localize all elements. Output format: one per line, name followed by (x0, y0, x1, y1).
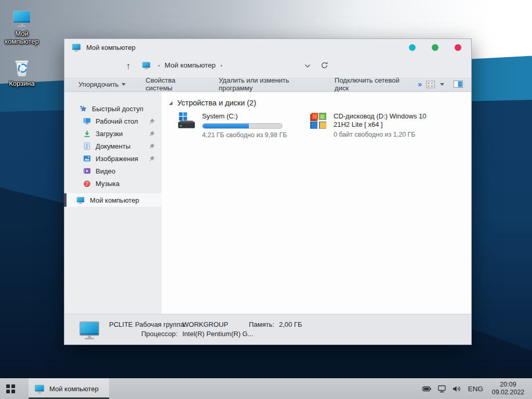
uninstall-program-button[interactable]: Удалить или изменить программу (214, 77, 321, 91)
battery-icon[interactable] (421, 384, 432, 393)
details-status-panel: PCLITE Рабочая группа: WORKGROUP Память:… (64, 314, 471, 344)
desktop-folder-icon (83, 117, 91, 125)
sidebar-item-label: Загрузки (96, 130, 123, 138)
sidebar-item-label: Рабочий стол (96, 117, 138, 125)
maximize-button[interactable] (432, 44, 438, 51)
sidebar-item-documents[interactable]: Документы (64, 140, 162, 152)
sidebar-item-quick-access[interactable]: Быстрый доступ (64, 102, 162, 115)
breadcrumb-separator: • (158, 62, 160, 69)
refresh-icon[interactable] (320, 61, 329, 70)
group-header[interactable]: Устройства и диски (2) (168, 99, 256, 107)
windows-cd-icon (309, 111, 328, 131)
capacity-bar-fill (203, 124, 249, 128)
sidebar-item-downloads[interactable]: Загрузки (64, 127, 162, 140)
caret-down-icon (122, 83, 126, 86)
drive-d-tile[interactable]: CD-дисковод (D:) Windows 10 21H2 Lite [ … (309, 111, 459, 139)
command-toolbar: Упорядочить Свойства системы Удалить или… (64, 76, 471, 92)
drive-name: System (C:) (202, 112, 287, 121)
hard-drive-icon (176, 111, 197, 132)
sidebar-item-music[interactable]: ♪ Музыка (64, 177, 162, 190)
sidebar-item-label: Музыка (96, 180, 119, 188)
speaker-icon[interactable] (452, 384, 462, 393)
minimize-button[interactable] (409, 44, 416, 51)
taskbar: Мой компьютер ENG 20:09 09.02.2022 (0, 378, 532, 399)
memory-value: 2,00 ГБ (279, 321, 302, 328)
drive-free-space: 0 байт свободно из 1,20 ГБ (334, 130, 427, 139)
desktop-icon-label: Корзина (0, 79, 44, 87)
chevron-down-icon[interactable] (304, 64, 311, 68)
navigation-sidebar: Быстрый доступ Рабочий стол Загр (64, 92, 162, 314)
address-bar: ↑ • Мой компьютер • (64, 56, 471, 76)
sidebar-item-label: Видео (96, 167, 115, 175)
drive-name-line1: CD-дисковод (D:) Windows 10 (334, 112, 427, 121)
start-icon (6, 384, 15, 393)
uninstall-label: Удалить или изменить программу (219, 76, 316, 92)
sidebar-item-pictures[interactable]: Изображения (64, 152, 162, 165)
computer-icon (11, 7, 33, 28)
computer-icon (76, 196, 85, 204)
group-collapse-icon[interactable] (168, 101, 173, 105)
clock-time: 20:09 (489, 381, 527, 389)
memory-label: Память: (249, 321, 274, 328)
sidebar-item-label: Быстрый доступ (92, 105, 143, 113)
organize-menu[interactable]: Упорядочить (73, 77, 131, 91)
cpu-label: Процессор: (141, 330, 178, 338)
breadcrumb[interactable]: • Мой компьютер • (158, 61, 222, 69)
file-list-panel[interactable]: Устройства и диски (2) System (C:) (162, 92, 471, 314)
view-mode-icon[interactable] (426, 81, 435, 88)
toolbar-overflow-button[interactable]: » (414, 80, 426, 88)
organize-label: Упорядочить (78, 81, 118, 88)
sidebar-item-label: Документы (96, 142, 130, 150)
window-icon (71, 43, 82, 52)
pin-icon (149, 155, 155, 162)
start-button[interactable] (0, 378, 21, 399)
pin-icon (149, 130, 155, 137)
up-arrow-button[interactable]: ↑ (122, 59, 135, 73)
language-indicator[interactable]: ENG (468, 385, 483, 393)
cpu-value: Intel(R) Pentium(R) G... (182, 330, 254, 338)
taskbar-clock[interactable]: 20:09 09.02.2022 (489, 381, 527, 396)
breadcrumb-separator: • (220, 62, 222, 69)
system-tray: ENG 20:09 09.02.2022 (421, 381, 532, 396)
selection-indicator (64, 193, 66, 207)
close-button[interactable] (455, 44, 461, 51)
quick-access-star-icon (79, 105, 87, 113)
window-title: Мой компьютер (86, 44, 136, 51)
downloads-icon (83, 130, 91, 138)
workgroup-value: WORKGROUP (182, 321, 228, 328)
view-mode-caret-icon[interactable] (440, 83, 444, 86)
group-title: Устройства и диски (2) (177, 99, 256, 107)
recycle-bin-icon (10, 54, 33, 78)
taskbar-task-my-computer[interactable]: Мой компьютер (29, 378, 109, 399)
system-properties-label: Свойства системы (145, 76, 199, 92)
desktop-icon-my-computer[interactable]: Мой компьютер (0, 7, 44, 45)
map-network-drive-button[interactable]: Подключить сетевой диск (329, 77, 414, 91)
drive-free-space: 4,21 ГБ свободно из 9,98 ГБ (202, 131, 287, 139)
breadcrumb-location[interactable]: Мой компьютер (165, 61, 216, 69)
titlebar[interactable]: Мой компьютер (64, 39, 471, 56)
system-properties-button[interactable]: Свойства системы (140, 77, 204, 91)
pin-icon (149, 143, 155, 149)
computer-icon (34, 383, 45, 394)
sidebar-item-videos[interactable]: Видео (64, 165, 162, 177)
pictures-icon (83, 155, 91, 162)
preview-pane-icon[interactable] (454, 81, 463, 88)
pc-name: PCLITE (109, 321, 133, 328)
videos-icon (83, 167, 91, 175)
svg-text:♪: ♪ (86, 181, 89, 186)
documents-icon (83, 142, 91, 150)
sidebar-item-desktop[interactable]: Рабочий стол (64, 115, 162, 127)
pc-monitor-icon (77, 318, 101, 340)
network-icon[interactable] (437, 384, 447, 393)
explorer-window: Мой компьютер ↑ • Мой компьютер • Упоряд… (64, 38, 472, 345)
capacity-bar (202, 123, 283, 129)
drive-name-line2: 21H2 Lite [ x64 ] (334, 121, 427, 129)
clock-date: 09.02.2022 (489, 389, 527, 396)
sidebar-item-my-computer[interactable]: Мой компьютер (64, 193, 162, 207)
music-icon: ♪ (83, 180, 91, 188)
pin-icon (149, 118, 155, 124)
drive-c-tile[interactable]: System (C:) 4,21 ГБ свободно из 9,98 ГБ (176, 111, 306, 139)
desktop-icon-label: Мой компьютер (0, 30, 44, 45)
location-icon (141, 61, 151, 70)
desktop-icon-recycle-bin[interactable]: Корзина (0, 54, 44, 87)
